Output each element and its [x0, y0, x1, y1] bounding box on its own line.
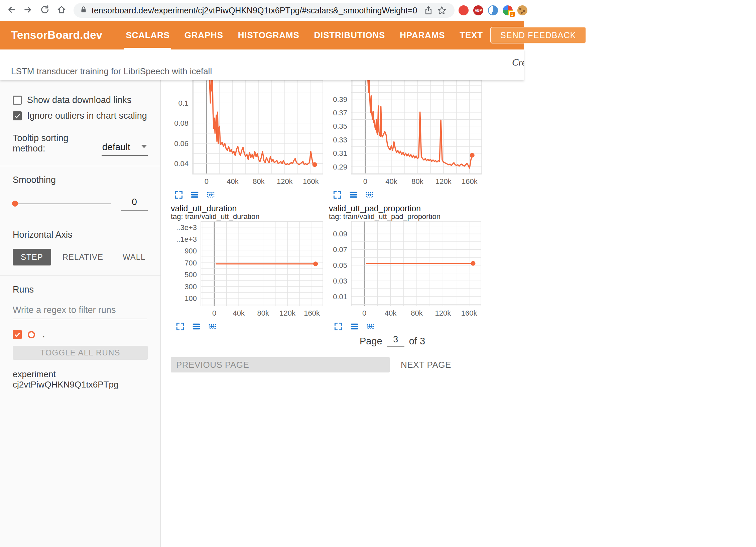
chart-top-right: 0.290.310.330.350.370.39040k80k120k160k: [328, 80, 488, 199]
svg-text:0.29: 0.29: [333, 163, 347, 171]
run-checkbox[interactable]: [13, 330, 22, 339]
page-label: Page: [360, 336, 382, 347]
svg-text:0.35: 0.35: [333, 122, 347, 130]
chart-plot[interactable]: 0.040.060.080.1040k80k120k160k: [169, 80, 330, 187]
ignore-outliers-checkbox[interactable]: [13, 111, 22, 120]
series-endpoint: [313, 261, 318, 266]
svg-text:160k: 160k: [462, 177, 478, 186]
share-icon[interactable]: [422, 4, 435, 17]
fit-domain-icon[interactable]: [366, 322, 375, 331]
tab-hparams[interactable]: HPARAMS: [392, 21, 452, 49]
data-table-icon[interactable]: [192, 322, 201, 331]
tensorboard-header: TensorBoard.dev SCALARSGRAPHSHISTOGRAMSD…: [0, 21, 524, 49]
tab-distributions[interactable]: DISTRIBUTIONS: [307, 21, 393, 49]
axis-relative-button[interactable]: RELATIVE: [54, 249, 111, 265]
browser-window: tensorboard.dev/experiment/cj2vtPiwQHKN9…: [0, 0, 524, 547]
forward-button[interactable]: [21, 3, 35, 18]
svg-text:120k: 120k: [435, 309, 451, 317]
chart-toolbar: [175, 322, 330, 331]
expand-chart-icon[interactable]: [334, 322, 343, 331]
previous-page-button[interactable]: PREVIOUS PAGE: [171, 357, 390, 372]
svg-text:0: 0: [363, 177, 367, 186]
back-arrow-icon: [6, 5, 16, 16]
ignore-outliers-row[interactable]: Ignore outliers in chart scaling: [13, 111, 148, 121]
adblock-extension-icon[interactable]: [459, 5, 469, 15]
home-button[interactable]: [54, 3, 69, 18]
fit-domain-icon[interactable]: [206, 190, 215, 199]
bookmark-star-icon[interactable]: [435, 4, 449, 17]
lock-icon: [80, 6, 88, 15]
toggle-all-runs-button[interactable]: TOGGLE ALL RUNS: [13, 346, 148, 360]
tooltip-sorting-dropdown[interactable]: default: [102, 141, 148, 156]
line-chart-svg[interactable]: 0.290.310.330.350.370.39040k80k120k160k: [328, 80, 488, 186]
ignore-outliers-label: Ignore outliers in chart scaling: [27, 111, 147, 121]
created-text: Crea: [512, 57, 524, 68]
cookie-extension-icon[interactable]: [517, 5, 527, 15]
line-chart-svg[interactable]: 0.010.030.050.070.09040k80k120k160k: [328, 221, 488, 318]
svg-text:0.04: 0.04: [174, 159, 188, 168]
main-area: Show data download links Ignore outliers…: [0, 80, 524, 547]
address-bar[interactable]: tensorboard.dev/experiment/cj2vtPiwQHKN9…: [74, 3, 455, 18]
chart-tag: tag: train/valid_utt_duration: [171, 213, 330, 221]
extensions-row: ABP 1: [459, 5, 527, 15]
axis-wall-button[interactable]: WALL: [115, 249, 153, 265]
data-table-icon[interactable]: [190, 190, 199, 199]
back-button[interactable]: [4, 3, 19, 18]
data-table-icon[interactable]: [349, 190, 358, 199]
line-chart-svg[interactable]: 1003005007009001.1e+31.3e+3040k80k120k16…: [177, 221, 330, 318]
next-page-button[interactable]: NEXT PAGE: [397, 357, 455, 372]
send-feedback-button[interactable]: SEND FEEDBACK: [490, 27, 586, 43]
profile-avatar[interactable]: 1: [503, 5, 513, 15]
tooltip-sorting-row: Tooltip sorting method: default: [13, 133, 148, 156]
tab-graphs[interactable]: GRAPHS: [177, 21, 231, 49]
expand-chart-icon[interactable]: [174, 190, 183, 199]
svg-text:0.01: 0.01: [333, 293, 347, 301]
home-icon: [56, 5, 67, 16]
smoothing-value-input[interactable]: 0: [121, 197, 148, 211]
svg-text:0.03: 0.03: [333, 277, 347, 285]
series-endpoint: [471, 261, 475, 266]
browser-toolbar: tensorboard.dev/experiment/cj2vtPiwQHKN9…: [0, 0, 524, 21]
page-number-input[interactable]: [387, 334, 404, 347]
refresh-button[interactable]: [37, 3, 52, 18]
data-table-icon[interactable]: [350, 322, 359, 331]
svg-text:120k: 120k: [279, 309, 296, 317]
tab-text[interactable]: TEXT: [452, 21, 490, 49]
svg-text:80k: 80k: [253, 177, 265, 186]
tab-scalars[interactable]: SCALARS: [118, 21, 177, 49]
expand-chart-icon[interactable]: [333, 190, 342, 199]
experiment-name: experiment cj2vtPiwQHKN9Q1tx6PTpg: [13, 369, 148, 390]
svg-text:40k: 40k: [233, 309, 245, 317]
svg-text:0.07: 0.07: [333, 245, 347, 254]
fit-domain-icon[interactable]: [208, 322, 217, 331]
run-color-swatch[interactable]: [28, 331, 35, 338]
svg-text:300: 300: [184, 283, 197, 291]
tab-histograms[interactable]: HISTOGRAMS: [231, 21, 307, 49]
chart-plot[interactable]: 0.010.030.050.070.09040k80k120k160k: [328, 221, 488, 319]
chart-plot[interactable]: 0.290.310.330.350.370.39040k80k120k160k: [328, 80, 488, 187]
svg-text:100: 100: [184, 294, 197, 303]
url-text: tensorboard.dev/experiment/cj2vtPiwQHKN9…: [92, 6, 422, 15]
svg-text:0: 0: [362, 309, 366, 317]
tooltip-sorting-label: Tooltip sorting method:: [13, 133, 96, 156]
axis-step-button[interactable]: STEP: [13, 249, 51, 265]
series-endpoint: [312, 162, 317, 167]
show-download-links-row[interactable]: Show data download links: [13, 95, 148, 105]
show-download-links-checkbox[interactable]: [13, 96, 22, 105]
fit-domain-icon[interactable]: [365, 190, 374, 199]
abp-extension-icon[interactable]: ABP: [473, 5, 483, 15]
chart-valid-utt-duration: valid_utt_duration tag: train/valid_utt_…: [171, 204, 330, 331]
smoothing-slider-thumb[interactable]: [12, 201, 18, 207]
chart-plot[interactable]: 1003005007009001.1e+31.3e+3040k80k120k16…: [177, 221, 330, 319]
run-row: .: [13, 329, 148, 340]
svg-text:40k: 40k: [385, 309, 397, 317]
smoothing-slider[interactable]: [13, 203, 111, 204]
line-chart-svg[interactable]: 0.040.060.080.1040k80k120k160k: [169, 80, 330, 186]
pie-extension-icon[interactable]: [488, 5, 498, 15]
runs-filter-input[interactable]: [13, 305, 147, 319]
expand-chart-icon[interactable]: [175, 322, 185, 331]
svg-text:40k: 40k: [227, 177, 239, 186]
svg-text:0.39: 0.39: [333, 95, 347, 104]
chart-toolbar: [333, 190, 488, 199]
svg-text:160k: 160k: [461, 309, 478, 317]
